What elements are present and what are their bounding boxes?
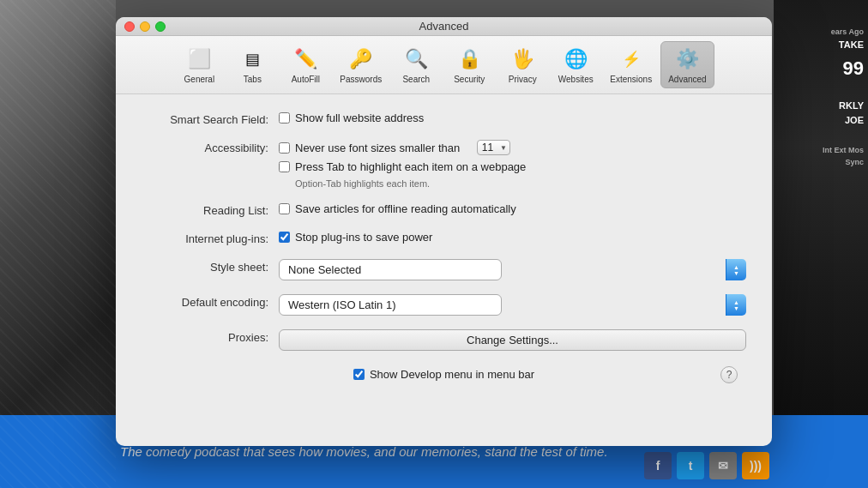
- accessibility-checkbox1[interactable]: [279, 142, 290, 154]
- minimize-button[interactable]: [140, 21, 150, 32]
- websites-icon: 🌐: [562, 45, 589, 73]
- toolbar-item-passwords[interactable]: 🔑 Passwords: [333, 42, 389, 87]
- window-title: Advanced: [419, 20, 469, 33]
- reading-list-checkbox-row[interactable]: Save articles for offline reading automa…: [279, 202, 746, 215]
- internet-plugins-control: Stop plug-ins to save power: [279, 231, 746, 244]
- style-sheet-select-wrapper[interactable]: None Selected: [279, 259, 746, 280]
- help-button[interactable]: ?: [720, 366, 738, 383]
- reading-list-checkbox[interactable]: [279, 203, 290, 214]
- twitter-icon[interactable]: t: [677, 452, 704, 479]
- bg-bottom-label: Int Ext Mos: [823, 144, 864, 156]
- accessibility-checkbox2[interactable]: [279, 161, 290, 172]
- accessibility-label: Accessibility:: [142, 140, 279, 154]
- accessibility-checkbox1-label: Never use font sizes smaller than: [295, 142, 460, 154]
- smart-search-checkbox-row[interactable]: Show full website address: [279, 111, 746, 124]
- advanced-icon: ⚙️: [673, 45, 701, 73]
- show-develop-checkbox[interactable]: [353, 369, 365, 380]
- title-bar: Advanced: [116, 17, 772, 36]
- change-settings-button[interactable]: Change Settings...: [279, 329, 746, 351]
- smart-search-checkbox[interactable]: [279, 112, 290, 124]
- reading-list-row: Reading List: Save articles for offline …: [142, 202, 746, 217]
- general-icon: ⬜: [185, 45, 213, 73]
- maximize-button[interactable]: [155, 21, 166, 32]
- default-encoding-select[interactable]: Western (ISO Latin 1): [279, 294, 502, 316]
- default-encoding-control: Western (ISO Latin 1): [279, 294, 746, 316]
- accessibility-row: Accessibility: Never use font sizes smal…: [142, 140, 746, 189]
- toolbar-item-general[interactable]: ⬜ General: [173, 42, 225, 87]
- style-sheet-row: Style sheet: None Selected: [142, 259, 746, 280]
- style-sheet-arrow: [726, 259, 746, 280]
- default-encoding-label: Default encoding:: [142, 294, 279, 309]
- bg-joe: JOE: [823, 113, 864, 129]
- autofill-icon: ✏️: [292, 45, 319, 73]
- reading-list-control: Save articles for offline reading automa…: [279, 202, 746, 215]
- show-develop-label: Show Develop menu in menu bar: [370, 368, 534, 381]
- internet-plugins-checkbox-row[interactable]: Stop plug-ins to save power: [279, 231, 746, 244]
- toolbar: ⬜ General ▤ Tabs ✏️ AutoFill 🔑 Passwords…: [116, 36, 772, 94]
- toolbar-item-tabs[interactable]: ▤ Tabs: [226, 42, 278, 87]
- style-sheet-select[interactable]: None Selected: [279, 259, 502, 280]
- internet-plugins-label: Internet plug-ins:: [142, 231, 279, 245]
- internet-plugins-checkbox-label: Stop plug-ins to save power: [295, 231, 432, 244]
- default-encoding-arrow: [726, 294, 746, 316]
- traffic-lights: [124, 21, 166, 32]
- toolbar-label-advanced: Advanced: [668, 75, 706, 84]
- show-develop-checkbox-row[interactable]: Show Develop menu in menu bar: [353, 368, 534, 381]
- bg-rkly: RKLY: [823, 99, 864, 114]
- extensions-icon: ⚡: [618, 45, 645, 73]
- font-size-wrapper[interactable]: 11 9 10 12 14: [477, 140, 510, 155]
- default-encoding-select-wrapper[interactable]: Western (ISO Latin 1): [279, 294, 746, 316]
- smart-search-checkbox-label: Show full website address: [295, 111, 424, 124]
- mac-window: Advanced ⬜ General ▤ Tabs ✏️ AutoFill 🔑 …: [116, 17, 772, 446]
- toolbar-item-autofill[interactable]: ✏️ AutoFill: [280, 42, 331, 87]
- accessibility-checkbox2-label: Press Tab to highlight each item on a we…: [295, 160, 526, 173]
- security-icon: 🔒: [455, 45, 483, 73]
- rss-icon[interactable]: ))): [742, 452, 769, 479]
- toolbar-label-privacy: Privacy: [509, 75, 537, 84]
- toolbar-item-websites[interactable]: 🌐 Websites: [550, 42, 601, 87]
- toolbar-label-extensions: Extensions: [610, 75, 652, 84]
- bg-take-num: 99: [823, 53, 864, 83]
- font-size-select[interactable]: 11 9 10 12 14: [477, 140, 510, 155]
- tabs-icon: ▤: [238, 45, 266, 73]
- style-sheet-label: Style sheet:: [142, 259, 279, 274]
- accessibility-checkbox2-row[interactable]: Press Tab to highlight each item on a we…: [279, 160, 746, 173]
- social-icons-bar: f t ✉ ))): [644, 452, 769, 479]
- facebook-icon[interactable]: f: [644, 452, 672, 479]
- toolbar-label-autofill: AutoFill: [292, 75, 320, 84]
- toolbar-label-passwords: Passwords: [340, 75, 382, 84]
- toolbar-item-extensions[interactable]: ⚡ Extensions: [603, 42, 659, 87]
- toolbar-label-search: Search: [402, 75, 430, 84]
- bg-years-text: ears Ago: [823, 26, 864, 38]
- toolbar-item-security[interactable]: 🔒 Security: [443, 42, 495, 87]
- background-left-overlay: [0, 0, 116, 488]
- reading-list-label: Reading List:: [142, 202, 279, 217]
- bottom-text: The comedy podcast that sees how movies,…: [120, 444, 608, 459]
- toolbar-item-search[interactable]: 🔍 Search: [390, 42, 442, 87]
- bottom-settings-row: Show Develop menu in menu bar ?: [142, 368, 746, 381]
- proxies-label: Proxies:: [142, 329, 279, 344]
- privacy-icon: 🖐: [509, 45, 536, 73]
- accessibility-checkbox1-row[interactable]: Never use font sizes smaller than 11 9 1…: [279, 140, 746, 155]
- toolbar-label-general: General: [184, 75, 215, 84]
- background-right-text: ears Ago TAKE 99 RKLY JOE Int Ext Mos Sy…: [823, 26, 864, 168]
- reading-list-checkbox-label: Save articles for offline reading automa…: [295, 202, 516, 215]
- internet-plugins-checkbox[interactable]: [279, 232, 290, 243]
- internet-plugins-row: Internet plug-ins: Stop plug-ins to save…: [142, 231, 746, 245]
- search-icon: 🔍: [402, 45, 430, 73]
- toolbar-label-security: Security: [454, 75, 485, 84]
- bg-sync-label: Sync: [823, 156, 864, 168]
- proxies-row: Proxies: Change Settings...: [142, 329, 746, 351]
- smart-search-label: Smart Search Field:: [142, 111, 279, 126]
- email-icon[interactable]: ✉: [709, 452, 737, 479]
- style-sheet-control: None Selected: [279, 259, 746, 280]
- close-button[interactable]: [124, 21, 135, 32]
- toolbar-label-tabs: Tabs: [244, 75, 262, 84]
- accessibility-font-spacer: [468, 142, 472, 154]
- accessibility-hint: Option-Tab highlights each item.: [295, 178, 746, 189]
- toolbar-item-advanced[interactable]: ⚙️ Advanced: [660, 41, 714, 88]
- smart-search-row: Smart Search Field: Show full website ad…: [142, 111, 746, 126]
- bg-take-label: TAKE: [823, 38, 864, 53]
- toolbar-item-privacy[interactable]: 🖐 Privacy: [497, 42, 548, 87]
- default-encoding-row: Default encoding: Western (ISO Latin 1): [142, 294, 746, 316]
